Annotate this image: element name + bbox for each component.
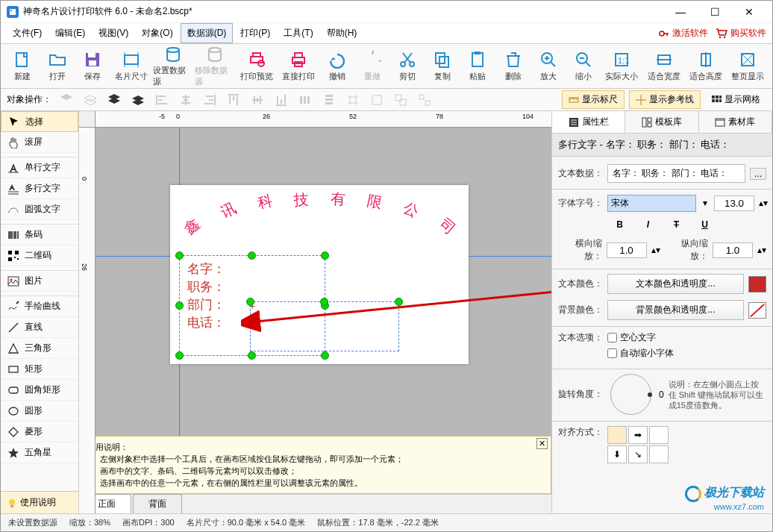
delete-button[interactable]: 删除 (496, 46, 530, 87)
tab-assets[interactable]: 素材库 (699, 111, 772, 133)
scale-v-input[interactable] (713, 242, 753, 258)
distrib-v-icon[interactable] (319, 92, 339, 108)
show-guides-toggle[interactable]: 显示参考线 (629, 90, 701, 109)
autoshrink-checkbox[interactable]: 自动缩小字体 (607, 347, 766, 360)
align-tc[interactable]: ➡ (628, 426, 648, 444)
arc-text-element[interactable]: 鑫 讯 科 技 有 限 公 司 (170, 193, 469, 213)
align-ml[interactable]: ⬇ (607, 445, 627, 463)
menu-file[interactable]: 文件(F) (7, 24, 48, 43)
resize-handle-sw[interactable] (175, 351, 184, 360)
align-right-icon[interactable] (199, 92, 220, 108)
tool-rect[interactable]: 矩形 (1, 359, 78, 380)
spinner-icon[interactable]: ▴▾ (651, 245, 660, 255)
set-datasource-button[interactable]: 设置数据源 (153, 46, 193, 87)
align-tl[interactable] (607, 426, 627, 444)
menu-object[interactable]: 对象(O) (136, 24, 178, 43)
bold-button[interactable]: B (613, 219, 628, 230)
secondary-text-element[interactable] (250, 301, 399, 351)
menu-tools[interactable]: 工具(T) (278, 24, 319, 43)
layer-back-icon[interactable] (128, 92, 148, 108)
tab-templates[interactable]: 模板库 (625, 111, 698, 133)
tool-pan[interactable]: 滚屏 (1, 132, 78, 153)
spinner-icon[interactable]: ▴▾ (759, 198, 766, 208)
tool-line[interactable]: 直线 (1, 317, 78, 338)
tool-triangle[interactable]: 三角形 (1, 338, 78, 359)
fit-page-button[interactable]: 整页显示 (727, 46, 768, 87)
save-button[interactable]: 保存 (75, 46, 109, 87)
resize-handle-se[interactable] (321, 351, 329, 360)
tool-freehand[interactable]: 手绘曲线 (1, 296, 78, 317)
align-mr[interactable] (649, 445, 669, 463)
align-mid-icon[interactable] (247, 92, 268, 108)
align-top-icon[interactable] (223, 92, 244, 108)
equal-width-icon[interactable] (342, 92, 363, 108)
resize-handle-ne[interactable] (395, 298, 403, 306)
show-ruler-toggle[interactable]: 显示标尺 (562, 90, 625, 109)
zoom-out-button[interactable]: 缩小 (566, 46, 600, 87)
ruler-horizontal[interactable]: -5 0 26 52 78 104 (96, 111, 551, 128)
layer-up-icon[interactable] (80, 92, 101, 108)
resize-handle-nw[interactable] (175, 251, 184, 260)
minimize-button[interactable]: — (663, 1, 698, 23)
resize-handle-w[interactable] (175, 301, 184, 310)
paste-button[interactable]: 粘贴 (461, 46, 495, 87)
tool-select[interactable]: 选择 (1, 111, 78, 132)
resize-handle-nw[interactable] (246, 298, 254, 306)
resize-handle-ne[interactable] (321, 251, 329, 260)
tab-back[interactable]: 背面 (133, 494, 182, 513)
open-button[interactable]: 打开 (40, 46, 74, 87)
redo-button[interactable]: 重做 (355, 46, 389, 87)
tool-qrcode[interactable]: 二维码 (1, 245, 78, 266)
fit-width-button[interactable]: 适合宽度 (644, 46, 684, 87)
tool-barcode[interactable]: 条码 (1, 225, 78, 245)
spinner-icon[interactable]: ▴▾ (757, 245, 766, 255)
distrib-h-icon[interactable] (295, 92, 316, 108)
usage-close-button[interactable]: ✕ (536, 438, 548, 449)
rotation-dial[interactable] (610, 374, 651, 415)
text-color-button[interactable]: 文本颜色和透明度... (607, 274, 744, 294)
text-data-more-button[interactable]: ... (750, 168, 766, 180)
show-grid-toggle[interactable]: 显示网格 (705, 90, 766, 109)
menu-help[interactable]: 帮助(H) (321, 24, 363, 43)
activate-link[interactable]: 激活软件 (659, 27, 708, 40)
layer-down-icon[interactable] (104, 92, 125, 108)
equal-height-icon[interactable] (366, 92, 387, 108)
italic-button[interactable]: I (641, 219, 656, 230)
tool-star[interactable]: 五角星 (1, 442, 78, 463)
strike-button[interactable]: T (669, 219, 684, 230)
scale-h-input[interactable] (607, 242, 647, 258)
tab-properties[interactable]: 属性栏 (552, 111, 625, 133)
tool-text[interactable]: 单行文字 (1, 157, 78, 178)
zoom-in-button[interactable]: 放大 (531, 46, 565, 87)
align-mc[interactable]: ↘ (628, 445, 648, 463)
actual-size-button[interactable]: 1:1实际大小 (601, 46, 642, 87)
card-size-button[interactable]: 名片尺寸 (110, 46, 151, 87)
bg-color-swatch[interactable] (748, 302, 766, 319)
align-left-icon[interactable] (151, 92, 172, 108)
tool-arctext[interactable]: 圆弧文字 (1, 199, 78, 220)
fit-height-button[interactable]: 适合高度 (686, 46, 726, 87)
tool-circle[interactable]: 圆形 (1, 401, 78, 422)
tool-multitext[interactable]: 多行文字 (1, 178, 78, 199)
underline-button[interactable]: U (698, 219, 713, 230)
align-bottom-icon[interactable] (271, 92, 292, 108)
cut-button[interactable]: 剪切 (391, 46, 425, 87)
resize-handle-n[interactable] (320, 298, 328, 306)
menu-view[interactable]: 视图(V) (93, 24, 134, 43)
new-button[interactable]: 新建 (5, 46, 39, 87)
font-size-input[interactable] (714, 195, 754, 211)
copy-button[interactable]: 复制 (426, 46, 460, 87)
close-button[interactable]: ✕ (732, 1, 766, 23)
text-data-field[interactable]: 名字： 职务： 部门： 电话： (607, 164, 745, 183)
usage-toggle[interactable]: 使用说明 (1, 491, 78, 513)
align-center-icon[interactable] (175, 92, 196, 108)
undo-button[interactable]: 撤销 (320, 46, 354, 87)
align-tr[interactable] (649, 426, 669, 444)
hollow-text-checkbox[interactable]: 空心文字 (607, 331, 766, 344)
ungroup-icon[interactable] (414, 92, 435, 108)
layer-front-icon[interactable] (56, 92, 77, 108)
print-button[interactable]: 直接打印 (278, 46, 319, 87)
maximize-button[interactable]: ☐ (698, 1, 732, 23)
text-color-swatch[interactable] (748, 276, 766, 292)
print-preview-button[interactable]: 打印预览 (237, 46, 277, 87)
